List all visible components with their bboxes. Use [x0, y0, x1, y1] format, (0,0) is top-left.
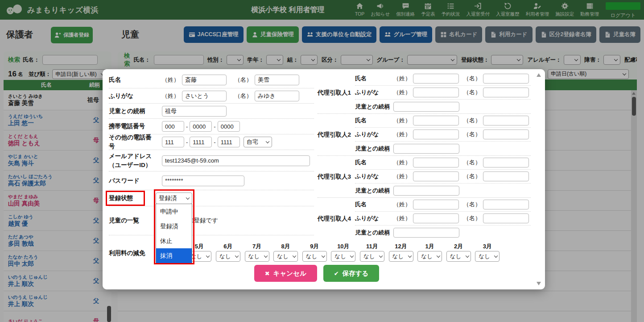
proxy-kana-mei-input[interactable]: [483, 130, 529, 139]
sei-label: （姓）: [162, 76, 179, 84]
proxy-name-row: 氏名 （姓） （名）: [355, 114, 531, 128]
chevron-down-icon: [379, 254, 383, 258]
proxy-relation-input[interactable]: [393, 186, 459, 196]
proxy-kana-mei-input[interactable]: [483, 171, 529, 181]
status-option[interactable]: 登録済: [156, 219, 192, 234]
check-icon: ✔: [334, 270, 339, 277]
proxy-relation-input[interactable]: [393, 228, 459, 238]
proxy-group-label: 代理引取人3: [318, 173, 351, 181]
fee-months: 4月 なし 5月 なし 6月 なし 7月 なし 8月 なし 9月 なし 10月 …: [156, 243, 504, 262]
fee-month-select[interactable]: なし: [302, 251, 327, 262]
proxy-name-mei-input[interactable]: [483, 158, 529, 167]
status-label: 登録状態: [109, 194, 156, 203]
name-mei-input[interactable]: [255, 75, 299, 85]
proxy-name-sei-input[interactable]: [413, 158, 459, 167]
mobile-1-input[interactable]: [162, 121, 184, 132]
proxy-name-sei-input[interactable]: [413, 116, 459, 125]
proxy-kana-sei-input[interactable]: [413, 88, 459, 97]
relation-input[interactable]: [162, 106, 227, 117]
proxy-kana-sei-input[interactable]: [413, 213, 459, 223]
proxy-name-mei-input[interactable]: [483, 116, 529, 125]
fee-discount-label: 利用料の減免: [109, 249, 156, 258]
proxy-name-sei-input[interactable]: [413, 200, 459, 209]
fee-month-select[interactable]: なし: [417, 251, 442, 262]
email-row: メールアドレス（ユーザーID）: [109, 150, 314, 171]
password-label: パスワード: [109, 176, 156, 185]
fee-month-label: 12月: [395, 243, 407, 251]
proxy-group: 代理引取人1 氏名 （姓） （名） ふりがな （姓） （名） 児童との続柄: [318, 72, 531, 114]
mobile-3-input[interactable]: [218, 121, 240, 132]
proxy-relation-row: 児童との続柄: [355, 226, 531, 239]
status-select[interactable]: 登録済: [156, 192, 192, 204]
cancel-button[interactable]: ✖ キャンセル: [254, 265, 317, 282]
proxy-kana-row: ふりがな （姓） （名）: [355, 170, 531, 184]
chevron-down-icon: [186, 196, 190, 199]
proxy-name-row: 氏名 （姓） （名）: [355, 72, 531, 86]
other-phone-label: その他の電話番号: [109, 133, 156, 151]
proxy-kana-mei-input[interactable]: [483, 213, 529, 223]
app-screen: みまもりキッズ横浜 横浜小学校 利用者管理 TOP お知らせ 個別連絡 予定表 …: [0, 0, 644, 322]
children-list-row: 児童の一覧 未登録です: [109, 206, 314, 235]
name-sei-input[interactable]: [182, 75, 227, 85]
other-1-input[interactable]: [162, 137, 184, 147]
fee-month-select[interactable]: なし: [273, 251, 298, 262]
proxy-name-sei-input[interactable]: [413, 74, 459, 84]
chevron-down-icon: [293, 254, 296, 258]
proxy-kana-mei-input[interactable]: [483, 88, 529, 97]
fee-month: 2月 なし: [444, 243, 473, 262]
proxy-kana-row: ふりがな （姓） （名）: [355, 212, 531, 226]
fee-month-select[interactable]: なし: [446, 251, 471, 262]
fee-month: 7月 なし: [243, 243, 272, 262]
fee-month-select[interactable]: なし: [475, 251, 500, 262]
modal-scroll-down-icon[interactable]: [537, 282, 541, 285]
proxy-group: 代理引取人4 氏名 （姓） （名） ふりがな （姓） （名） 児童との続柄: [318, 198, 531, 239]
fee-month: 1月 なし: [415, 243, 444, 262]
fee-month-select[interactable]: なし: [360, 251, 384, 262]
status-option[interactable]: 休止: [156, 234, 192, 248]
phone-type-select[interactable]: 自宅: [244, 137, 272, 147]
proxy-group-label: 代理引取人1: [318, 89, 351, 97]
proxy-name-mei-input[interactable]: [483, 200, 529, 209]
fee-month-label: 11月: [366, 243, 378, 251]
kana-sei-input[interactable]: [182, 91, 227, 101]
modal-scroll-up-icon[interactable]: [537, 73, 541, 77]
email-label: メールアドレス（ユーザーID）: [109, 152, 156, 169]
kana-mei-input[interactable]: [255, 91, 299, 101]
fee-month: 11月 なし: [358, 243, 387, 262]
password-input[interactable]: [162, 176, 244, 186]
fee-month: 3月 なし: [473, 243, 502, 262]
fee-month-label: 6月: [223, 243, 232, 251]
fee-month-select[interactable]: なし: [389, 251, 413, 262]
proxy-name-mei-input[interactable]: [483, 74, 529, 84]
status-option[interactable]: 申請中: [156, 204, 192, 219]
save-button[interactable]: ✔ 保存する: [323, 265, 380, 282]
name-label: 氏名: [109, 75, 156, 84]
status-option[interactable]: 抹消: [156, 248, 192, 263]
mobile-2-input[interactable]: [190, 121, 212, 132]
chevron-down-icon: [322, 254, 325, 258]
proxy-relation-input[interactable]: [393, 102, 459, 112]
proxy-name-row: 氏名 （姓） （名）: [355, 198, 531, 212]
proxy-section: 代理引取人1 氏名 （姓） （名） ふりがな （姓） （名） 児童との続柄: [318, 72, 531, 239]
kana-label: ふりがな: [109, 92, 156, 100]
email-input[interactable]: [162, 155, 310, 166]
proxy-kana-sei-input[interactable]: [413, 171, 459, 181]
other-3-input[interactable]: [218, 137, 240, 147]
fee-month: 10月 なし: [329, 243, 358, 262]
fee-month-label: 3月: [483, 243, 492, 251]
other-2-input[interactable]: [190, 137, 212, 147]
proxy-relation-row: 児童との続柄: [355, 184, 531, 197]
guardian-edit-modal: 氏名 （姓） （名） ふりがな （姓） （名） 児童との続柄 携帯電話番号 - …: [103, 69, 545, 289]
chevron-down-icon: [265, 140, 269, 143]
fee-month: 9月 なし: [300, 243, 329, 262]
fee-month-label: 9月: [310, 243, 319, 251]
fee-month-select[interactable]: なし: [216, 251, 240, 262]
chevron-down-icon: [408, 254, 411, 258]
chevron-down-icon: [494, 254, 498, 258]
fee-month-select[interactable]: なし: [245, 251, 269, 262]
proxy-relation-input[interactable]: [393, 144, 459, 154]
relation-row: 児童との続柄: [109, 104, 314, 119]
proxy-kana-sei-input[interactable]: [413, 130, 459, 139]
fee-month-select[interactable]: なし: [331, 251, 355, 262]
chevron-down-icon: [264, 254, 267, 258]
